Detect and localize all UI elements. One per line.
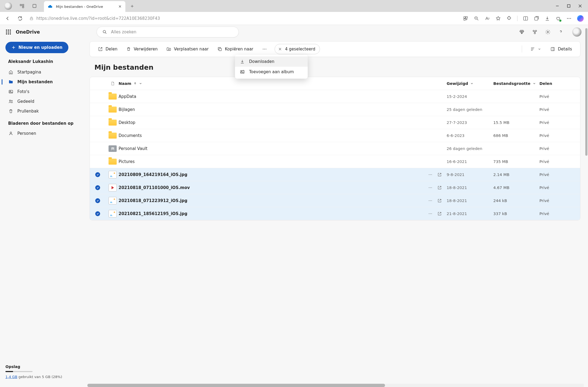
workspaces-icon[interactable] (20, 4, 24, 8)
file-size: 15.5 MB (493, 120, 539, 125)
table-row[interactable]: Documents6-6-2023686 MBPrivé (90, 129, 580, 142)
table-row[interactable]: Bijlagen25 dagen geledenPrivé (90, 103, 580, 116)
file-name[interactable]: 20210821_185612195_iOS.jpg (119, 211, 447, 216)
table-row[interactable]: 20210818_071101000_iOS.mov18-8-20214.67 … (90, 181, 580, 194)
row-more-icon[interactable] (428, 212, 433, 216)
svg-rect-8 (30, 18, 33, 20)
file-name[interactable]: 20210818_071101000_iOS.mov (119, 185, 447, 190)
copilot-icon[interactable] (577, 15, 584, 22)
row-more-icon[interactable] (428, 172, 433, 177)
activity-icon[interactable] (531, 28, 539, 36)
file-name[interactable]: Bijlagen (119, 107, 447, 112)
row-more-icon[interactable] (428, 185, 433, 190)
row-share-icon[interactable] (437, 172, 442, 177)
downloads-icon[interactable] (545, 16, 550, 21)
svg-rect-5 (567, 5, 570, 7)
new-tab-button[interactable]: ＋ (130, 3, 135, 9)
clear-selection-icon[interactable] (278, 47, 282, 51)
extensions-icon[interactable] (506, 16, 512, 21)
favorite-icon[interactable] (495, 16, 501, 21)
sidebar-item-myfiles[interactable]: Mijn bestanden (0, 77, 87, 87)
zoom-out-icon[interactable] (474, 16, 479, 21)
read-aloud-icon[interactable] (485, 16, 490, 21)
file-name[interactable]: Personal Vault (119, 146, 447, 151)
search-input[interactable] (111, 30, 233, 34)
column-name-header[interactable]: Naam (119, 81, 447, 86)
premium-icon[interactable] (518, 28, 526, 36)
settings-icon[interactable] (544, 28, 552, 36)
url-box[interactable]: https://onedrive.live.com/?id=root&cid=7… (29, 16, 189, 21)
split-screen-icon[interactable] (523, 16, 528, 21)
row-checkbox[interactable] (95, 172, 107, 177)
chevron-down-icon[interactable] (139, 82, 142, 85)
collections-icon[interactable] (534, 16, 539, 21)
selection-count-pill[interactable]: 4 geselecteerd (275, 44, 320, 54)
copy-button[interactable]: Kopiëren naar (214, 44, 257, 54)
row-share-icon[interactable] (437, 185, 442, 190)
browser-titlebar: Mijn bestanden - OneDrive ✕ ＋ (0, 0, 588, 12)
table-row[interactable]: |0|Personal Vault26 dagen geledenPrivé (90, 142, 580, 155)
table-row[interactable]: 20210818_071223912_iOS.jpg18-8-2021244 k… (90, 194, 580, 207)
file-name[interactable]: 20210809_164219164_iOS.jpg (119, 172, 447, 177)
dropdown-download[interactable]: Downloaden (235, 56, 308, 67)
tab-actions-icon[interactable] (32, 4, 37, 8)
row-checkbox[interactable] (95, 198, 107, 203)
file-sharing: Privé (539, 133, 575, 138)
vertical-scrollbar[interactable] (585, 28, 587, 156)
maximize-icon[interactable] (567, 4, 571, 8)
table-row[interactable]: Pictures16-6-2021735 MBPrivé (90, 155, 580, 168)
file-name[interactable]: AppData (119, 94, 447, 99)
file-name[interactable]: Desktop (119, 120, 447, 125)
search-input-container[interactable] (97, 27, 239, 37)
profile-avatar-icon[interactable] (4, 2, 12, 10)
horizontal-scrollbar[interactable] (87, 384, 584, 387)
browser-tab[interactable]: Mijn bestanden - OneDrive ✕ (44, 1, 125, 12)
column-modified-header[interactable]: Gewijzigd (447, 81, 493, 86)
chevron-down-icon[interactable] (533, 82, 536, 85)
file-name[interactable]: 20210818_071223912_iOS.jpg (119, 198, 447, 203)
row-share-icon[interactable] (437, 212, 442, 216)
row-share-icon[interactable] (437, 199, 442, 203)
close-icon[interactable]: ✕ (118, 4, 122, 9)
row-checkbox[interactable] (95, 211, 107, 216)
details-button[interactable]: Details (547, 44, 575, 54)
share-button[interactable]: Delen (95, 44, 121, 54)
sidebar-item-home[interactable]: Startpagina (0, 67, 87, 77)
sidebar-item-photos[interactable]: Foto's (0, 87, 87, 97)
window-close-icon[interactable] (578, 4, 582, 8)
back-button[interactable] (4, 15, 11, 22)
row-checkbox[interactable] (95, 185, 107, 190)
storage-used-link[interactable]: 1,4 GB (5, 375, 17, 379)
new-upload-button[interactable]: Nieuw en uploaden (5, 42, 68, 53)
table-row[interactable]: 20210809_164219164_iOS.jpg9-8-20212.14 M… (90, 168, 580, 181)
help-icon[interactable] (557, 28, 565, 36)
column-share-header[interactable]: Delen (539, 81, 575, 86)
folder-icon (107, 107, 119, 113)
delete-button[interactable]: Verwijderen (123, 44, 161, 54)
minimize-icon[interactable] (555, 4, 559, 8)
sidebar-item-shared[interactable]: Gedeeld (0, 97, 87, 106)
table-row[interactable]: AppData15-2-2024Privé (90, 90, 580, 103)
apps-icon[interactable] (463, 16, 468, 21)
column-size-header[interactable]: Bestandsgrootte (493, 81, 539, 86)
chevron-down-icon[interactable] (470, 82, 473, 85)
table-row[interactable]: 20210821_185612195_iOS.jpg21-8-2021337 k… (90, 207, 580, 220)
file-size: 4.67 MB (493, 185, 539, 190)
svg-point-18 (567, 18, 568, 19)
row-more-icon[interactable] (428, 199, 433, 203)
refresh-button[interactable] (17, 15, 23, 22)
table-row[interactable]: Desktop27-7-202315.5 MBPrivé (90, 116, 580, 129)
sidebar-item-people[interactable]: Personen (0, 129, 87, 138)
user-avatar[interactable] (572, 27, 581, 37)
svg-point-51 (429, 187, 429, 188)
overflow-button[interactable] (259, 44, 270, 54)
sort-view-button[interactable] (527, 44, 544, 54)
file-name[interactable]: Pictures (119, 159, 447, 164)
sidebar-item-recyclebin[interactable]: Prullenbak (0, 106, 87, 116)
health-icon[interactable] (555, 16, 561, 21)
app-launcher-icon[interactable] (6, 30, 11, 34)
file-name[interactable]: Documents (119, 133, 447, 138)
more-icon[interactable] (566, 16, 572, 21)
move-button[interactable]: Verplaatsen naar (163, 44, 212, 54)
dropdown-add-album[interactable]: Toevoegen aan album (235, 67, 308, 77)
